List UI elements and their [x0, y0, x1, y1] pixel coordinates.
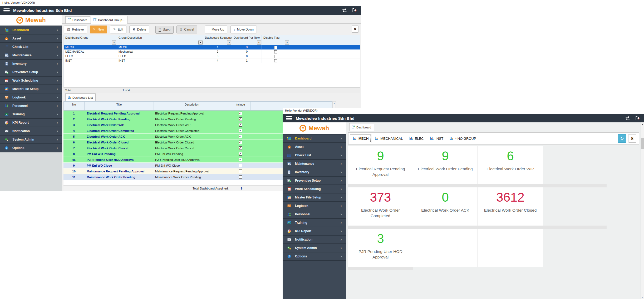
sidebar-item-options[interactable]: iOptions› — [283, 252, 346, 261]
disable-flag-checkbox[interactable] — [274, 59, 277, 62]
sidebar-item-master-file-setup[interactable]: Master File Setup› — [283, 193, 346, 202]
cancel-button[interactable]: ⊘Cancel — [176, 26, 197, 33]
new-button[interactable]: ✎New — [90, 26, 107, 33]
kpi-card[interactable]: 9Electrical Request Pending Approval — [348, 146, 413, 184]
kpi-value: 9 — [377, 149, 384, 163]
sidebar-item-work-scheduling[interactable]: 15Work Scheduling› — [0, 77, 62, 85]
filter-dropdown-icon[interactable]: ▼ — [257, 41, 261, 44]
filter-dropdown-icon[interactable]: ▼ — [112, 41, 116, 44]
group-button-mechanical[interactable]: MECHANICAL — [372, 134, 406, 143]
sidebar-item-system-admin[interactable]: System Admin› — [283, 244, 346, 252]
tab-dashboard[interactable]: Dashboard — [349, 123, 374, 131]
filter-dropdown-icon[interactable]: ▼ — [285, 41, 289, 44]
include-checkbox[interactable] — [239, 170, 242, 173]
group-row[interactable]: MECHMECH13 — [64, 45, 360, 49]
sidebar-item-dashboard[interactable]: Dashboard› — [283, 134, 346, 143]
sidebar-item-maintenance[interactable]: Maintenance› — [0, 51, 62, 60]
group-button-no-group[interactable]: * NO GROUP — [447, 134, 479, 143]
logout-icon[interactable] — [352, 8, 357, 13]
sidebar-item-asset[interactable]: Asset› — [0, 34, 62, 43]
sidebar-item-options[interactable]: iOptions› — [0, 144, 62, 152]
sidebar-item-maintenance[interactable]: Maintenance› — [283, 160, 346, 168]
sidebar-item-inventory[interactable]: Inventory› — [283, 168, 346, 177]
sidebar-item-kpi-report[interactable]: KPI Report› — [283, 227, 346, 236]
group-button-inst[interactable]: INST — [427, 134, 446, 143]
sidebar-item-inventory[interactable]: Inventory› — [0, 60, 62, 68]
kpi-card[interactable]: 3612Electrical Work Order Closed — [478, 187, 543, 226]
sidebar-item-master-file-setup[interactable]: Master File Setup› — [0, 85, 62, 93]
include-checkbox[interactable]: ✔ — [239, 158, 242, 161]
dashboard-icon — [4, 28, 9, 32]
disable-flag-checkbox[interactable] — [274, 46, 277, 49]
disable-flag-checkbox[interactable] — [274, 55, 277, 58]
sidebar-item-notification[interactable]: Notification› — [0, 127, 62, 136]
tab-dashboard-group[interactable]: Dashboard Group... — [91, 16, 127, 24]
sidebar-item-preventive-setup[interactable]: Preventive Setup› — [283, 177, 346, 185]
include-checkbox[interactable]: ✔ — [239, 141, 242, 144]
sidebar-item-dashboard[interactable]: Dashboard› — [0, 26, 62, 34]
move-down-button[interactable]: ↓Move Down — [230, 26, 257, 33]
include-checkbox[interactable]: ✔ — [239, 123, 242, 127]
scrollbar-thumb[interactable] — [641, 138, 644, 149]
sidebar-item-training[interactable]: IDTraining› — [0, 110, 62, 119]
disable-flag-checkbox[interactable] — [274, 50, 277, 53]
edit-button[interactable]: ✎Edit — [110, 26, 126, 33]
tab-dashboard[interactable]: Dashboard — [65, 16, 90, 24]
sidebar-item-notification[interactable]: Notification› — [283, 236, 346, 244]
sidebar-item-logbook[interactable]: Logbook› — [283, 202, 346, 210]
cell-title: Electrical Work Order Pending — [84, 118, 154, 121]
sidebar-item-preventive-setup[interactable]: Preventive Setup› — [0, 68, 62, 77]
sidebar-item-check-list[interactable]: Check List› — [0, 43, 62, 51]
kpi-card[interactable]: 373Electrical Work Order Completed — [348, 187, 413, 226]
kpi-card[interactable]: 9Electrical Work Order Pending — [413, 146, 478, 184]
logout-icon[interactable] — [635, 116, 640, 121]
include-checkbox[interactable]: ✔ — [239, 152, 242, 156]
sync-icon[interactable] — [625, 116, 631, 121]
include-checkbox[interactable] — [239, 164, 242, 167]
sidebar-item-kpi-report[interactable]: KPI Report› — [0, 119, 62, 127]
scroll-down-icon[interactable]: ▼ — [641, 295, 644, 299]
retrieve-icon: ▤ — [67, 28, 70, 31]
group-row[interactable]: INSTINST41 — [64, 58, 360, 63]
column-header-include: Include — [230, 102, 251, 110]
sidebar-item-training[interactable]: IDTraining› — [283, 219, 346, 227]
cell-description: Maintenance Request Pending Approval — [154, 170, 230, 173]
include-checkbox[interactable]: ✔ — [239, 112, 242, 115]
kpi-card[interactable]: 6Electrical Work Order WIP — [478, 146, 543, 184]
kpi-card[interactable]: 0Electrical Work Order ACK — [413, 187, 478, 226]
sidebar-item-personnel[interactable]: Personnel› — [0, 102, 62, 110]
sidebar-item-personnel[interactable]: Personnel› — [283, 210, 346, 219]
group-row[interactable]: MECHANICALMechanical20 — [64, 49, 360, 54]
tab-dashboard-list[interactable]: Dashboard List — [65, 93, 96, 101]
include-checkbox[interactable]: ✔ — [239, 129, 242, 132]
scroll-up-icon[interactable]: ▲ — [641, 122, 644, 126]
include-checkbox[interactable]: ✔ — [239, 117, 242, 121]
retrieve-button[interactable]: ▤Retrieve — [64, 26, 87, 33]
filter-dropdown-icon[interactable]: ▼ — [198, 41, 203, 44]
kpi-card[interactable]: 3PJR Pending User HOD Approval — [348, 229, 413, 267]
page-scrollbar[interactable]: ▲ ▼ — [641, 122, 644, 299]
sidebar-item-system-admin[interactable]: System Admin› — [0, 136, 62, 144]
filter-dropdown-icon[interactable]: ▼ — [227, 41, 231, 44]
menu-icon[interactable] — [3, 8, 10, 12]
group-button-elec[interactable]: ELEC — [406, 134, 427, 143]
sync-icon[interactable] — [341, 8, 348, 13]
close-panel-button[interactable]: ✖ — [628, 134, 636, 143]
sidebar-item-check-list[interactable]: Check List› — [283, 151, 346, 160]
refresh-button[interactable]: ↻ — [618, 134, 626, 143]
group-row[interactable]: ELECELEC38 — [64, 54, 360, 58]
menu-icon[interactable] — [286, 116, 292, 120]
scroll-up-icon[interactable]: ▲ — [333, 102, 336, 105]
sidebar-item-asset[interactable]: Asset› — [283, 143, 346, 151]
chevron-right-icon: › — [341, 178, 342, 183]
sidebar-item-work-scheduling[interactable]: 15Work Scheduling› — [283, 185, 346, 193]
close-panel-button[interactable]: ✖ — [352, 26, 359, 33]
include-checkbox[interactable]: ✔ — [239, 135, 242, 138]
include-checkbox[interactable]: ✔ — [239, 146, 242, 150]
group-button-mech[interactable]: MECH — [350, 134, 371, 143]
delete-button[interactable]: ✖Delete — [129, 26, 149, 33]
include-checkbox[interactable] — [239, 175, 242, 179]
save-button[interactable]: ↧Save — [155, 26, 173, 34]
sidebar-item-logbook[interactable]: Logbook› — [0, 93, 62, 102]
move-up-button[interactable]: ↑Move Up — [205, 26, 227, 33]
